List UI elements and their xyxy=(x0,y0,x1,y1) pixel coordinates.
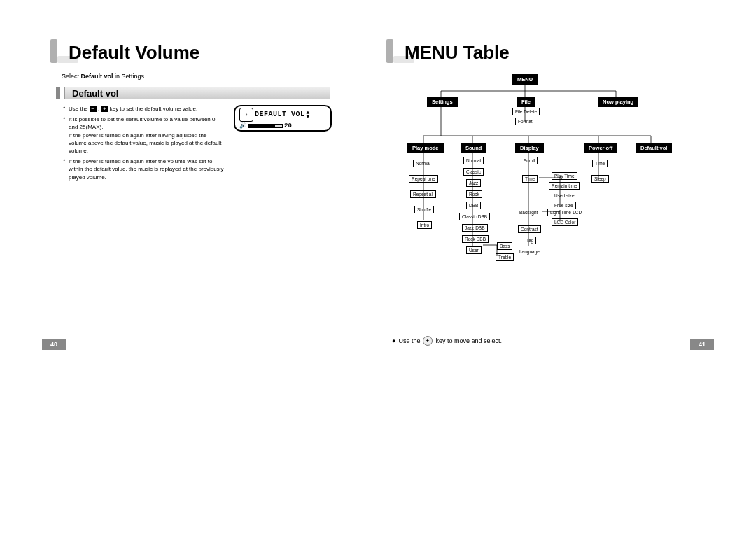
page-right: MENU Table xyxy=(378,42,714,322)
section-accent-icon xyxy=(56,87,60,99)
page-number: 41 xyxy=(690,339,714,350)
node-sound: Sound xyxy=(461,143,486,153)
title-accent-icon xyxy=(50,39,57,63)
bullet-2: It is possible to set the default volume… xyxy=(63,115,224,155)
node-d-playtime: Play Time xyxy=(552,172,578,180)
section-header: Default vol xyxy=(56,87,364,99)
lcd-label: DEFAULT VOL xyxy=(255,111,305,118)
bullet-1-pre: Use the xyxy=(69,106,90,112)
node-s-rock: Rock xyxy=(466,190,482,198)
node-menu: MENU xyxy=(512,74,538,85)
nav-key-icon: ✦ xyxy=(423,336,433,346)
node-pm-repeatall: Repeat all xyxy=(410,190,436,198)
node-po-sleep: Sleep xyxy=(592,175,609,183)
node-file: File xyxy=(517,97,536,107)
page-title: MENU Table xyxy=(405,42,510,64)
node-s-rockdbb: Rock DBB xyxy=(462,235,489,243)
node-filedelete: File Delete xyxy=(512,108,540,115)
intro-text: Select Default vol in Settings. xyxy=(56,73,364,80)
page-number: 40 xyxy=(42,339,66,350)
bullet-1-post: key to set the default volume value. xyxy=(108,106,197,112)
node-format: Format xyxy=(515,118,536,125)
node-s-bass: Bass xyxy=(497,242,512,250)
node-s-dbb: DBB xyxy=(466,202,481,209)
bullet-1: Use the − , + key to set the default vol… xyxy=(63,105,224,113)
lcd-display: ♪ DEFAULT VOL ▲▼ 🔊 20 xyxy=(234,105,332,132)
node-nowplaying: Now playing xyxy=(598,97,638,107)
node-po-time: Time xyxy=(592,160,608,167)
section-title: Default vol xyxy=(65,88,118,99)
lcd-value: 20 xyxy=(284,122,292,129)
page-left: Default Volume Select Default vol in Set… xyxy=(42,42,378,322)
intro-pre: Select xyxy=(62,73,81,80)
page-title: Default Volume xyxy=(69,42,200,64)
node-d-lcdcolor: LCD Color xyxy=(552,218,578,226)
node-s-jazz: Jazz xyxy=(466,179,481,187)
title-accent-icon xyxy=(386,39,393,63)
node-s-normal: Normal xyxy=(463,157,484,164)
footer-pre: Use the xyxy=(398,337,420,344)
intro-bold: Default vol xyxy=(81,73,113,80)
node-d-contrast: Contrast xyxy=(518,225,541,233)
node-d-remaintime: Remain time xyxy=(549,182,580,190)
plus-icon: + xyxy=(101,106,108,112)
menu-tree: MENU Settings File Now playing File Dele… xyxy=(392,73,700,283)
node-pm-repeatone: Repeat one xyxy=(409,175,438,183)
title-block: Default Volume xyxy=(56,42,364,64)
node-s-jazzdbb: Jazz DBB xyxy=(462,224,488,232)
node-settings: Settings xyxy=(427,97,458,107)
bullet-3: If the power is turned on again after th… xyxy=(63,157,224,181)
node-d-backlight: Backlight xyxy=(517,209,540,216)
node-playmode: Play mode xyxy=(407,143,444,153)
bullet-2-sub: If the power is turned on again after ha… xyxy=(69,132,221,154)
node-s-treble: Treble xyxy=(496,253,514,261)
node-d-usedsize: Used size xyxy=(552,192,578,199)
node-d-lighttime: Light Time-LCD xyxy=(547,209,584,216)
node-pm-normal: Normal xyxy=(413,160,433,167)
updown-arrows-icon: ▲▼ xyxy=(307,111,310,119)
footer-post: key to move and select. xyxy=(435,337,502,344)
node-pm-shuffle: Shuffle xyxy=(414,206,434,213)
node-d-language: Language xyxy=(517,248,542,255)
title-block: MENU Table xyxy=(392,42,700,64)
node-poweroff: Power off xyxy=(584,143,617,153)
node-d-scroll: Scroll xyxy=(521,157,538,164)
node-d-time: Time xyxy=(522,175,538,183)
intro-post: in Settings. xyxy=(113,73,146,80)
footer-note: ● Use the ✦ key to move and select. xyxy=(392,336,502,346)
minus-icon: − xyxy=(90,106,97,112)
bullet-2-text: It is possible to set the default volume… xyxy=(69,116,215,130)
node-d-tag: Tag xyxy=(524,237,536,244)
speaker-icon: 🔊 xyxy=(239,122,246,129)
lcd-mode-icon: ♪ xyxy=(239,108,253,122)
node-s-classicdbb: Classic DBB xyxy=(459,213,490,220)
node-display: Display xyxy=(515,143,544,153)
node-s-user: User xyxy=(466,246,482,254)
node-defaultvol: Default vol xyxy=(636,143,672,153)
volume-bar xyxy=(248,124,283,128)
bullet-list: Use the − , + key to set the default vol… xyxy=(56,105,224,184)
node-pm-intro: Intro xyxy=(417,221,432,229)
node-s-classic: Classic xyxy=(463,168,484,176)
section-band: Default vol xyxy=(64,87,330,99)
